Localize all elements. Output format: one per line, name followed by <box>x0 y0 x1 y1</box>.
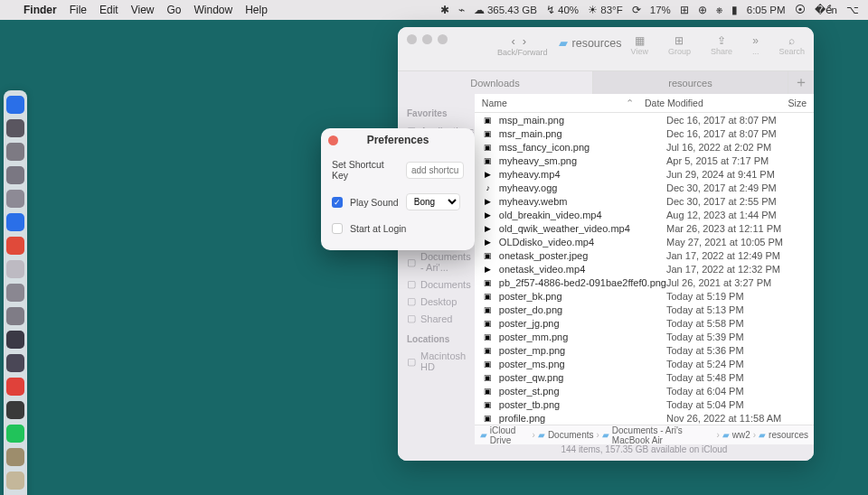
dock-app-11[interactable] <box>6 354 24 372</box>
battery-icon[interactable]: ▮ <box>731 4 738 16</box>
dock-app-5[interactable] <box>6 213 24 231</box>
menuextra-icon[interactable]: ⎈ <box>716 5 722 15</box>
shortcut-label: Set Shortcut Key <box>332 159 399 181</box>
cpu-usage[interactable]: 17% <box>650 5 671 15</box>
new-tab-button[interactable]: ＋ <box>788 71 814 94</box>
toolbar-...-icon[interactable]: » <box>752 34 759 47</box>
file-date: Today at 5:24 PM <box>666 359 807 369</box>
finder-tabs: Downloads resources ＋ <box>398 70 814 94</box>
file-row[interactable]: ▣poster_mm.pngToday at 5:39 PM <box>475 330 814 343</box>
sound-select[interactable]: Bong <box>406 193 460 210</box>
tab-downloads[interactable]: Downloads <box>398 71 593 94</box>
refresh-icon[interactable]: ⟳ <box>632 4 641 16</box>
menu-edit[interactable]: Edit <box>99 4 118 16</box>
path-crumb[interactable]: ▰resources <box>759 430 808 440</box>
dock-app-0[interactable] <box>6 96 24 114</box>
file-row[interactable]: ▣poster_mp.pngToday at 5:36 PM <box>475 343 814 357</box>
close-button[interactable] <box>407 34 417 44</box>
path-crumb[interactable]: ▰iCloud Drive <box>480 425 530 445</box>
dock-app-8[interactable] <box>6 284 24 302</box>
file-row[interactable]: ▶OLDdisko_video.mp4May 27, 2021 at 10:05… <box>475 235 814 248</box>
menu-window[interactable]: Window <box>194 4 233 16</box>
file-row[interactable]: ▣profile.pngNov 26, 2022 at 11:58 AM <box>475 411 814 425</box>
file-row[interactable]: ▣poster_tb.pngToday at 5:04 PM <box>475 397 814 411</box>
dock-app-7[interactable] <box>6 260 24 278</box>
file-row[interactable]: ▣msp_main.pngDec 16, 2017 at 8:07 PM <box>475 113 814 126</box>
dock-app-3[interactable] <box>6 166 24 184</box>
disk-free[interactable]: ☁ 365.43 GB <box>474 4 537 16</box>
file-row[interactable]: ▶myheavy.mp4Jun 29, 2024 at 9:41 PM <box>475 167 814 181</box>
dock-app-16[interactable] <box>6 472 24 490</box>
forward-button[interactable]: › <box>523 34 533 48</box>
sidebar-item[interactable]: ▢Shared <box>403 310 469 327</box>
file-date: Dec 16, 2017 at 8:07 PM <box>666 128 807 139</box>
col-size[interactable]: Size <box>774 98 807 108</box>
file-row[interactable]: ▣msr_main.pngDec 16, 2017 at 8:07 PM <box>475 126 814 140</box>
file-row[interactable]: ▶myheavy.webmDec 30, 2017 at 2:55 PM <box>475 194 814 208</box>
file-row[interactable]: ▣onetask_poster.jpegJan 17, 2022 at 12:4… <box>475 248 814 262</box>
dock-app-1[interactable] <box>6 119 24 137</box>
path-crumb[interactable]: ▰ww2 <box>722 430 750 440</box>
back-button[interactable]: ‹ <box>511 34 522 48</box>
sidebar-item[interactable]: ▢Macintosh HD <box>403 348 469 375</box>
file-row[interactable]: ▶old_breakin_video.mp4Aug 12, 2023 at 1:… <box>475 208 814 221</box>
file-row[interactable]: ▣myheavy_sm.pngApr 5, 2015 at 7:17 PM <box>475 154 814 167</box>
control-center-icon[interactable]: ⌥ <box>846 4 859 16</box>
menuextra-icon[interactable]: ⊕ <box>698 4 707 16</box>
menu-help[interactable]: Help <box>245 4 268 16</box>
menu-view[interactable]: View <box>131 4 155 16</box>
file-row[interactable]: ▶old_qwik_weather_video.mp4Mar 26, 2023 … <box>475 221 814 235</box>
path-crumb[interactable]: ▰Documents <box>538 430 594 440</box>
weather-temp[interactable]: ☀ 83°F <box>588 4 623 16</box>
file-row[interactable]: ▣poster_qw.pngToday at 5:48 PM <box>475 370 814 384</box>
menu-file[interactable]: File <box>70 4 87 16</box>
file-row[interactable]: ▣poster_st.pngToday at 6:04 PM <box>475 384 814 397</box>
minimize-button[interactable] <box>422 34 432 44</box>
col-name[interactable]: Name <box>482 98 626 108</box>
close-button[interactable] <box>328 135 338 145</box>
file-date: Today at 5:19 PM <box>666 291 807 302</box>
dock-app-4[interactable] <box>6 190 24 208</box>
column-headers[interactable]: Name ⌃ Date Modified Size <box>475 94 814 113</box>
toolbar-view-icon[interactable]: ▦ <box>635 34 645 47</box>
menuextra-icon[interactable]: ⊞ <box>680 4 689 16</box>
shortcut-input[interactable] <box>406 162 464 179</box>
dock-app-13[interactable] <box>6 401 24 419</box>
dock-app-15[interactable] <box>6 448 24 466</box>
file-list[interactable]: ▣msp_main.pngDec 16, 2017 at 8:07 PM▣msr… <box>475 113 814 425</box>
file-row[interactable]: ▣poster_jg.pngToday at 5:58 PM <box>475 316 814 330</box>
path-crumb[interactable]: ▰Documents - Ari's MacBook Air <box>602 425 714 445</box>
toolbar-search-icon[interactable]: ⌕ <box>788 34 795 47</box>
dock-app-9[interactable] <box>6 307 24 325</box>
dock-app-10[interactable] <box>6 331 24 349</box>
search-icon[interactable]: ⦿ <box>795 5 806 15</box>
app-name[interactable]: Finder <box>24 4 57 16</box>
menuextra-icon[interactable]: ⌁ <box>458 4 465 16</box>
file-row[interactable]: ▣pb_2f57-4886-bed2-091bae2ffef0.pngJul 2… <box>475 276 814 289</box>
dock-app-2[interactable] <box>6 143 24 161</box>
battery-percent[interactable]: ↯ 40% <box>546 4 579 16</box>
start-login-checkbox[interactable] <box>332 223 343 234</box>
file-row[interactable]: ▣poster_bk.pngToday at 5:19 PM <box>475 289 814 303</box>
sidebar-item[interactable]: ▢Documents <box>403 276 469 293</box>
tab-resources[interactable]: resources <box>593 71 788 94</box>
file-row[interactable]: ▣poster_do.pngToday at 5:13 PM <box>475 303 814 316</box>
file-row[interactable]: ▣mss_fancy_icon.pngJul 16, 2022 at 2:02 … <box>475 140 814 154</box>
toolbar-group-icon[interactable]: ⊞ <box>675 34 684 47</box>
sidebar-item[interactable]: ▢Desktop <box>403 293 469 310</box>
file-row[interactable]: ▶onetask_video.mp4Jan 17, 2022 at 12:32 … <box>475 262 814 276</box>
dock-app-6[interactable] <box>6 237 24 255</box>
toolbar-share-icon[interactable]: ⇪ <box>717 34 726 47</box>
file-row[interactable]: ♪myheavy.oggDec 30, 2017 at 2:49 PM <box>475 181 814 194</box>
clock[interactable]: 6:05 PM <box>747 5 786 15</box>
sidebar-item[interactable]: ▢Documents - Ari'... <box>403 248 469 276</box>
dock-app-14[interactable] <box>6 425 24 443</box>
menuextra-icon[interactable]: ✱ <box>440 4 449 16</box>
file-row[interactable]: ▣poster_ms.pngToday at 5:24 PM <box>475 357 814 370</box>
zoom-button[interactable] <box>438 34 448 44</box>
dock-app-12[interactable] <box>6 378 24 396</box>
col-date[interactable]: Date Modified <box>634 98 774 108</box>
menu-go[interactable]: Go <box>167 4 182 16</box>
play-sound-checkbox[interactable]: ✓ <box>332 197 343 208</box>
wifi-icon[interactable]: �ền <box>815 4 837 16</box>
